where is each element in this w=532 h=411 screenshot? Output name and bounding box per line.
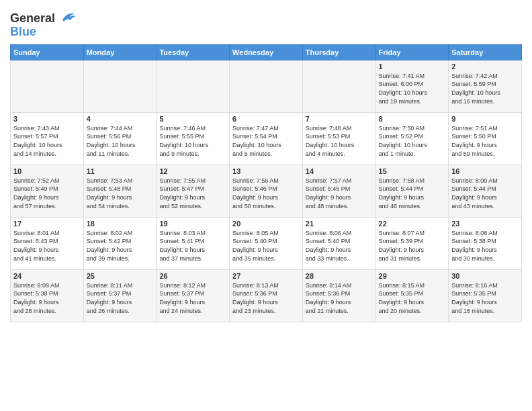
day-info: Sunrise: 8:09 AMSunset: 5:38 PMDaylight:…: [13, 281, 81, 315]
day-cell: 16Sunrise: 8:00 AMSunset: 5:44 PMDayligh…: [449, 165, 522, 217]
day-cell: 8Sunrise: 7:50 AMSunset: 5:52 PMDaylight…: [375, 112, 449, 165]
header-cell-thursday: Thursday: [302, 44, 375, 60]
day-number: 26: [159, 272, 226, 280]
header-cell-monday: Monday: [83, 44, 157, 60]
header: General Blue: [10, 7, 522, 39]
day-number: 17: [13, 220, 81, 228]
day-cell: [83, 60, 157, 112]
day-info: Sunrise: 8:15 AMSunset: 5:35 PMDaylight:…: [379, 281, 446, 315]
day-number: 10: [13, 167, 81, 175]
day-number: 24: [13, 272, 81, 280]
day-cell: 4Sunrise: 7:44 AMSunset: 5:56 PMDaylight…: [83, 112, 157, 165]
logo-bird-icon: [57, 8, 77, 28]
day-number: 19: [159, 220, 226, 228]
day-info: Sunrise: 7:50 AMSunset: 5:52 PMDaylight:…: [379, 124, 446, 158]
day-info: Sunrise: 7:41 AMSunset: 6:00 PMDaylight:…: [379, 72, 446, 105]
page: General Blue SundayMondayTuesdayWednesda…: [0, 0, 532, 411]
day-info: Sunrise: 8:05 AMSunset: 5:40 PMDaylight:…: [232, 229, 300, 263]
day-number: 30: [451, 272, 519, 280]
day-cell: 6Sunrise: 7:47 AMSunset: 5:54 PMDaylight…: [230, 112, 303, 165]
day-cell: 11Sunrise: 7:53 AMSunset: 5:48 PMDayligh…: [83, 165, 157, 217]
day-cell: 14Sunrise: 7:57 AMSunset: 5:45 PMDayligh…: [302, 165, 375, 217]
day-cell: 15Sunrise: 7:58 AMSunset: 5:44 PMDayligh…: [375, 165, 449, 217]
header-cell-friday: Friday: [375, 44, 449, 60]
day-number: 1: [379, 62, 446, 71]
day-number: 12: [159, 167, 226, 175]
day-number: 11: [87, 167, 154, 175]
day-cell: 25Sunrise: 8:11 AMSunset: 5:37 PMDayligh…: [83, 269, 157, 322]
day-info: Sunrise: 8:16 AMSunset: 5:35 PMDaylight:…: [451, 281, 519, 315]
day-info: Sunrise: 7:46 AMSunset: 5:55 PMDaylight:…: [159, 124, 226, 158]
logo-text-blue: Blue: [10, 26, 36, 39]
day-info: Sunrise: 8:11 AMSunset: 5:37 PMDaylight:…: [87, 281, 154, 315]
day-info: Sunrise: 7:43 AMSunset: 5:57 PMDaylight:…: [13, 124, 81, 158]
day-cell: 18Sunrise: 8:02 AMSunset: 5:42 PMDayligh…: [83, 217, 157, 269]
day-cell: 19Sunrise: 8:03 AMSunset: 5:41 PMDayligh…: [157, 217, 230, 269]
day-number: 9: [451, 115, 519, 123]
day-info: Sunrise: 8:03 AMSunset: 5:41 PMDaylight:…: [159, 229, 226, 263]
day-cell: 27Sunrise: 8:13 AMSunset: 5:36 PMDayligh…: [230, 269, 303, 322]
day-info: Sunrise: 8:13 AMSunset: 5:36 PMDaylight:…: [232, 281, 300, 315]
day-number: 23: [451, 220, 519, 228]
day-cell: [230, 60, 303, 112]
day-cell: [11, 60, 84, 112]
week-row-3: 10Sunrise: 7:52 AMSunset: 5:49 PMDayligh…: [11, 165, 522, 217]
logo-text-general: General: [10, 12, 55, 26]
day-cell: 9Sunrise: 7:51 AMSunset: 5:50 PMDaylight…: [449, 112, 522, 165]
day-info: Sunrise: 7:57 AMSunset: 5:45 PMDaylight:…: [306, 177, 373, 210]
day-number: 7: [306, 115, 373, 123]
logo: General Blue: [10, 9, 77, 39]
day-cell: 28Sunrise: 8:14 AMSunset: 5:36 PMDayligh…: [302, 269, 375, 322]
week-row-5: 24Sunrise: 8:09 AMSunset: 5:38 PMDayligh…: [11, 269, 522, 322]
day-info: Sunrise: 7:48 AMSunset: 5:53 PMDaylight:…: [306, 124, 373, 158]
day-number: 8: [379, 115, 446, 123]
day-info: Sunrise: 7:44 AMSunset: 5:56 PMDaylight:…: [87, 124, 154, 158]
day-info: Sunrise: 8:00 AMSunset: 5:44 PMDaylight:…: [451, 177, 519, 210]
day-cell: 21Sunrise: 8:06 AMSunset: 5:40 PMDayligh…: [302, 217, 375, 269]
header-cell-wednesday: Wednesday: [230, 44, 303, 60]
day-cell: [302, 60, 375, 112]
day-cell: 20Sunrise: 8:05 AMSunset: 5:40 PMDayligh…: [230, 217, 303, 269]
day-number: 13: [232, 167, 300, 175]
header-row: SundayMondayTuesdayWednesdayThursdayFrid…: [11, 44, 522, 60]
day-cell: 13Sunrise: 7:56 AMSunset: 5:46 PMDayligh…: [230, 165, 303, 217]
header-cell-saturday: Saturday: [449, 44, 522, 60]
header-cell-sunday: Sunday: [11, 44, 84, 60]
day-info: Sunrise: 7:51 AMSunset: 5:50 PMDaylight:…: [451, 124, 519, 158]
day-info: Sunrise: 8:02 AMSunset: 5:42 PMDaylight:…: [87, 229, 154, 263]
day-number: 22: [379, 220, 446, 228]
day-number: 3: [13, 115, 81, 123]
day-number: 14: [306, 167, 373, 175]
day-number: 20: [232, 220, 300, 228]
day-cell: 7Sunrise: 7:48 AMSunset: 5:53 PMDaylight…: [302, 112, 375, 165]
day-info: Sunrise: 8:07 AMSunset: 5:39 PMDaylight:…: [379, 229, 446, 263]
week-row-2: 3Sunrise: 7:43 AMSunset: 5:57 PMDaylight…: [11, 112, 522, 165]
day-cell: 10Sunrise: 7:52 AMSunset: 5:49 PMDayligh…: [11, 165, 84, 217]
day-number: 4: [87, 115, 154, 123]
day-info: Sunrise: 8:01 AMSunset: 5:43 PMDaylight:…: [13, 229, 81, 263]
day-number: 5: [159, 115, 226, 123]
day-cell: 3Sunrise: 7:43 AMSunset: 5:57 PMDaylight…: [11, 112, 84, 165]
day-cell: 5Sunrise: 7:46 AMSunset: 5:55 PMDaylight…: [157, 112, 230, 165]
day-info: Sunrise: 7:53 AMSunset: 5:48 PMDaylight:…: [87, 177, 154, 210]
day-number: 21: [306, 220, 373, 228]
day-cell: 26Sunrise: 8:12 AMSunset: 5:37 PMDayligh…: [157, 269, 230, 322]
header-cell-tuesday: Tuesday: [157, 44, 230, 60]
day-cell: 24Sunrise: 8:09 AMSunset: 5:38 PMDayligh…: [11, 269, 84, 322]
day-info: Sunrise: 7:55 AMSunset: 5:47 PMDaylight:…: [159, 177, 226, 210]
day-info: Sunrise: 8:12 AMSunset: 5:37 PMDaylight:…: [159, 281, 226, 315]
calendar-table: SundayMondayTuesdayWednesdayThursdayFrid…: [10, 44, 522, 322]
day-number: 28: [306, 272, 373, 280]
day-info: Sunrise: 8:14 AMSunset: 5:36 PMDaylight:…: [306, 281, 373, 315]
week-row-1: 1Sunrise: 7:41 AMSunset: 6:00 PMDaylight…: [11, 60, 522, 112]
day-number: 2: [451, 62, 519, 71]
day-number: 25: [87, 272, 154, 280]
day-cell: 22Sunrise: 8:07 AMSunset: 5:39 PMDayligh…: [375, 217, 449, 269]
day-cell: 1Sunrise: 7:41 AMSunset: 6:00 PMDaylight…: [375, 60, 449, 112]
day-info: Sunrise: 7:58 AMSunset: 5:44 PMDaylight:…: [379, 177, 446, 210]
day-cell: 2Sunrise: 7:42 AMSunset: 5:59 PMDaylight…: [449, 60, 522, 112]
day-cell: 17Sunrise: 8:01 AMSunset: 5:43 PMDayligh…: [11, 217, 84, 269]
day-info: Sunrise: 8:08 AMSunset: 5:38 PMDaylight:…: [451, 229, 519, 263]
day-number: 18: [87, 220, 154, 228]
day-cell: 30Sunrise: 8:16 AMSunset: 5:35 PMDayligh…: [449, 269, 522, 322]
